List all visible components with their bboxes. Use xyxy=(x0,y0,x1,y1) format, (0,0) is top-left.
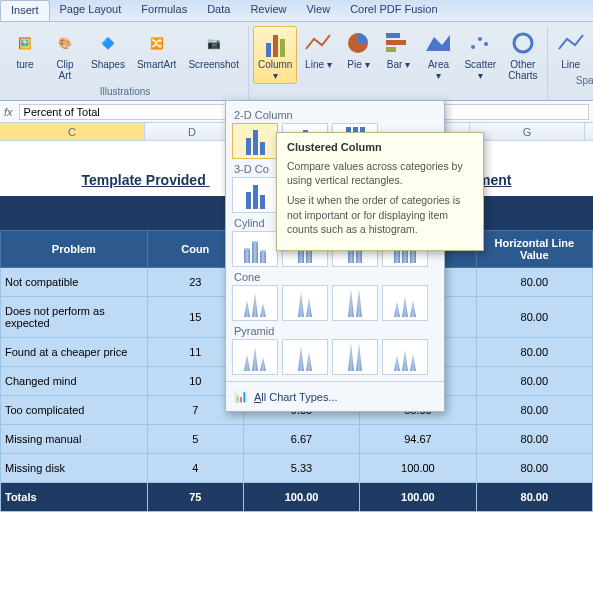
svg-rect-1 xyxy=(386,33,400,38)
svg-point-8 xyxy=(514,34,532,52)
tab-formulas[interactable]: Formulas xyxy=(131,0,197,21)
group-sparklines: Line Column Sparklin xyxy=(548,26,593,100)
svg-rect-2 xyxy=(386,40,406,45)
line-chart-button[interactable]: Line ▾ xyxy=(299,26,337,84)
col-header-g[interactable]: G xyxy=(470,123,585,140)
shapes-icon: 🔷 xyxy=(94,29,122,57)
tab-corel-pdf[interactable]: Corel PDF Fusion xyxy=(340,0,447,21)
tooltip-p2: Use it when the order of categories is n… xyxy=(287,193,473,236)
svg-point-7 xyxy=(484,42,488,46)
bar-chart-icon xyxy=(384,29,412,57)
dd-pyr-4[interactable] xyxy=(382,339,428,375)
svg-point-5 xyxy=(471,45,475,49)
dd-cone-2[interactable] xyxy=(282,285,328,321)
ribbon-body: 🖼️ ture 🎨 Clip Art 🔷 Shapes 🔀 SmartArt 📷 xyxy=(0,22,593,100)
svg-point-6 xyxy=(478,37,482,41)
tab-data[interactable]: Data xyxy=(197,0,240,21)
all-charts-icon: 📊 xyxy=(234,390,248,403)
dd-cyl-1[interactable] xyxy=(232,231,278,267)
group-label-sparklines: Sparklin xyxy=(576,75,593,86)
picture-button[interactable]: 🖼️ ture xyxy=(6,26,44,84)
dd-section-pyramid: Pyramid xyxy=(234,325,438,337)
th-problem[interactable]: Problem xyxy=(1,231,148,268)
dd-cone-1[interactable] xyxy=(232,285,278,321)
svg-marker-4 xyxy=(426,35,450,51)
svg-rect-3 xyxy=(386,47,396,52)
area-chart-button[interactable]: Area ▾ xyxy=(419,26,457,84)
tooltip-clustered-column: Clustered Column Compare values across c… xyxy=(276,132,484,251)
group-charts: Column ▾ Line ▾ Pie ▾ Bar ▾ Area ▾ xyxy=(249,26,548,100)
column-chart-icon xyxy=(261,29,289,57)
smartart-icon: 🔀 xyxy=(143,29,171,57)
other-charts-icon xyxy=(509,29,537,57)
sparkline-line-icon xyxy=(557,29,585,57)
dd-section-cone: Cone xyxy=(234,271,438,283)
dd-all-chart-types[interactable]: 📊 All Chart Types... xyxy=(232,386,438,407)
group-illustrations: 🖼️ ture 🎨 Clip Art 🔷 Shapes 🔀 SmartArt 📷 xyxy=(2,26,249,100)
scatter-chart-icon xyxy=(466,29,494,57)
clipart-icon: 🎨 xyxy=(51,29,79,57)
dd-clustered-column[interactable] xyxy=(232,123,278,159)
dd-cone-4[interactable] xyxy=(382,285,428,321)
dd-3d-clustered[interactable] xyxy=(232,177,278,213)
scatter-chart-button[interactable]: Scatter ▾ xyxy=(459,26,501,84)
th-hlv[interactable]: Horizontal Line Value xyxy=(476,231,592,268)
group-label-illustrations: Illustrations xyxy=(100,86,151,97)
smartart-button[interactable]: 🔀 SmartArt xyxy=(132,26,181,84)
shapes-button[interactable]: 🔷 Shapes xyxy=(86,26,130,84)
pie-chart-button[interactable]: Pie ▾ xyxy=(339,26,377,84)
area-chart-icon xyxy=(424,29,452,57)
screenshot-icon: 📷 xyxy=(200,29,228,57)
fx-icon[interactable]: fx xyxy=(4,106,13,118)
dd-pyr-3[interactable] xyxy=(332,339,378,375)
picture-icon: 🖼️ xyxy=(11,29,39,57)
dd-pyr-1[interactable] xyxy=(232,339,278,375)
line-chart-icon xyxy=(304,29,332,57)
dd-section-2d: 2-D Column xyxy=(234,109,438,121)
ribbon: Insert Page Layout Formulas Data Review … xyxy=(0,0,593,101)
col-header-c[interactable]: C xyxy=(0,123,145,140)
tooltip-p1: Compare values across categories by usin… xyxy=(287,159,473,187)
clipart-button[interactable]: 🎨 Clip Art xyxy=(46,26,84,84)
dd-cone-3[interactable] xyxy=(332,285,378,321)
tab-insert[interactable]: Insert xyxy=(0,0,50,21)
tab-review[interactable]: Review xyxy=(240,0,296,21)
pie-chart-icon xyxy=(344,29,372,57)
totals-row[interactable]: Totals75100.00100.0080.00 xyxy=(1,483,593,512)
tab-view[interactable]: View xyxy=(296,0,340,21)
bar-chart-button[interactable]: Bar ▾ xyxy=(379,26,417,84)
table-row[interactable]: Missing disk45.33100.0080.00 xyxy=(1,454,593,483)
column-chart-button[interactable]: Column ▾ xyxy=(253,26,297,84)
tab-page-layout[interactable]: Page Layout xyxy=(50,0,132,21)
dd-pyr-2[interactable] xyxy=(282,339,328,375)
table-row[interactable]: Missing manual56.6794.6780.00 xyxy=(1,425,593,454)
other-charts-button[interactable]: Other Charts xyxy=(503,26,542,84)
sparkline-line-button[interactable]: Line xyxy=(552,26,590,73)
tooltip-title: Clustered Column xyxy=(287,141,473,153)
ribbon-tabs: Insert Page Layout Formulas Data Review … xyxy=(0,0,593,22)
screenshot-button[interactable]: 📷 Screenshot xyxy=(183,26,244,84)
